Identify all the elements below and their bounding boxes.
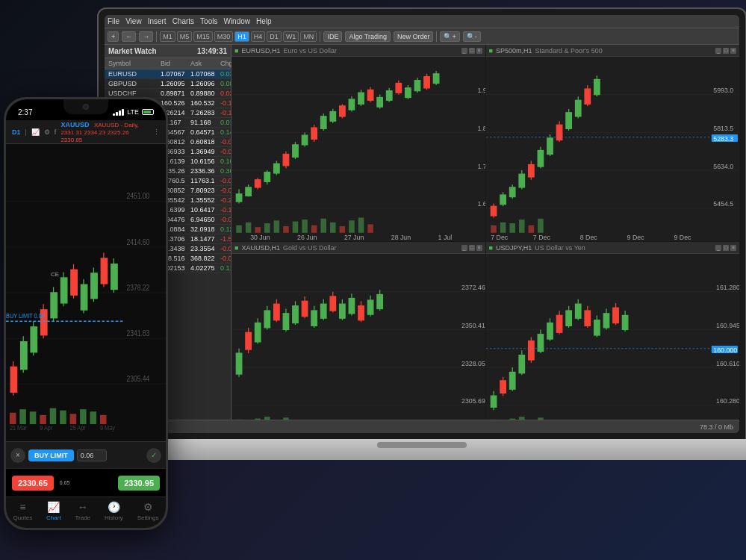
tf-mn[interactable]: MN: [300, 31, 317, 42]
mw-row-gbpusd[interactable]: GBPUSD 1.26095 1.26096 0.08%: [105, 79, 231, 89]
chart-maximize-sp500[interactable]: □: [723, 48, 729, 54]
phone-more-icon[interactable]: ⋮: [153, 128, 160, 136]
chart-maximize-eurusd[interactable]: □: [469, 48, 475, 54]
svg-rect-97: [565, 113, 571, 129]
toolbar-zoom-in[interactable]: 🔍+: [440, 31, 459, 42]
statusbar-connection: 78.3 / 0 Mb: [700, 423, 733, 431]
chart-close-eurusd[interactable]: ×: [476, 48, 482, 54]
toolbar-new-chart[interactable]: +: [108, 31, 119, 42]
mw-row-eurusd[interactable]: EURUSD 1.07067 1.07068 0.03%: [105, 69, 231, 79]
phone-nav-trade[interactable]: ↔ Trade: [75, 501, 90, 521]
mt4-menubar: File View Insert Charts Tools Window Hel…: [105, 15, 739, 28]
mw-chg-eurusd: 0.03%: [220, 70, 231, 78]
chart-close-sp500[interactable]: ×: [730, 48, 736, 54]
mw-bid-eurusd: 1.07067: [161, 70, 190, 78]
svg-text:2305.44: 2305.44: [126, 374, 149, 383]
tf-m1[interactable]: M1: [160, 31, 175, 42]
chart-maximize-usdjpy[interactable]: □: [723, 245, 729, 251]
menu-insert[interactable]: Insert: [148, 17, 167, 25]
chart-panel-sp500[interactable]: ■ SP500m,H1 Standard & Poor's 500 _ □ ×: [486, 45, 740, 241]
menu-window[interactable]: Window: [223, 17, 250, 25]
phone-buy-sell-group: ✓: [146, 448, 161, 463]
phone-buy-price[interactable]: 2330.95: [118, 476, 160, 491]
phone-nav-quotes-label: Quotes: [13, 514, 32, 521]
svg-rect-240: [51, 293, 57, 318]
toolbar-back[interactable]: ←: [122, 31, 136, 42]
svg-rect-263: [90, 411, 97, 424]
phone-nav-quotes[interactable]: ≡ Quotes: [13, 501, 32, 521]
chart-minimize-eurusd[interactable]: _: [461, 48, 467, 54]
mw-ask-usdzar: 18.1477: [190, 235, 220, 243]
menu-tools[interactable]: Tools: [200, 17, 217, 25]
svg-rect-43: [396, 83, 402, 93]
phone-order-type[interactable]: BUY LIMIT: [28, 449, 74, 461]
signal-bar-3: [119, 111, 121, 116]
svg-rect-83: [500, 195, 506, 205]
menu-view[interactable]: View: [125, 17, 142, 25]
mw-chg-btcusd: -0.01%: [220, 177, 231, 184]
mw-ask-gbpusd: 1.26096: [190, 80, 220, 87]
chart-content-xauusd[interactable]: 2372.46 2350.41 2328.05 2305.69: [231, 254, 485, 420]
svg-text:9 Apr: 9 Apr: [40, 423, 52, 432]
laptop-container: File View Insert Charts Tools Window Hel…: [97, 7, 746, 545]
chart-panel-xauusd[interactable]: ■ XAUUSD,H1 Gold vs US Dollar _ □ ×: [231, 242, 485, 420]
phone-nav-chart[interactable]: 📈 Chart: [46, 501, 61, 521]
chart-winbtns-sp500: _ □ ×: [715, 48, 736, 54]
svg-rect-91: [538, 150, 544, 167]
phone-nav-history[interactable]: 🕐 History: [105, 501, 123, 521]
mw-col-symbol: Symbol: [108, 60, 161, 67]
chart-content-eurusd[interactable]: 1.9720C 1.8720C 1.7720C 1.6720C: [231, 57, 485, 241]
toolbar-algo[interactable]: Algo Trading: [345, 31, 391, 42]
mw-col-ask: Ask: [190, 60, 220, 67]
svg-rect-145: [320, 304, 326, 318]
toolbar-zoom-out[interactable]: 🔍-: [463, 31, 481, 42]
phone-pair-name: XAUUSD: [60, 121, 89, 128]
phone-tf-d1[interactable]: D1: [12, 128, 21, 136]
menu-file[interactable]: File: [108, 17, 119, 25]
chart-content-sp500[interactable]: 5993.0 5813.5 5634.0 5454.5: [486, 57, 740, 241]
tf-m15[interactable]: M15: [193, 31, 213, 42]
svg-rect-15: [264, 172, 270, 182]
phone-confirm-button[interactable]: ✓: [146, 448, 161, 463]
svg-rect-13: [255, 180, 261, 187]
chart-maximize-xauusd[interactable]: □: [469, 245, 475, 251]
phone-nav-settings[interactable]: ⚙ Settings: [137, 501, 159, 521]
mw-chg-usdjpy: -0.15%: [220, 99, 231, 107]
laptop-bezel: File View Insert Charts Tools Window Hel…: [97, 7, 746, 441]
tf-m30[interactable]: M30: [214, 31, 234, 42]
toolbar-indicators[interactable]: IDE: [323, 31, 342, 42]
mw-chg-usdhuf: -0.03%: [220, 255, 231, 262]
menu-charts[interactable]: Charts: [172, 17, 194, 25]
phone-cancel-order-button[interactable]: ×: [10, 448, 25, 463]
signal-bars-icon: [113, 108, 124, 116]
toolbar-forward[interactable]: →: [139, 31, 153, 42]
mt4-window: File View Insert Charts Tools Window Hel…: [105, 15, 739, 433]
tf-h4[interactable]: H4: [251, 31, 266, 42]
menu-help[interactable]: Help: [256, 17, 272, 25]
svg-text:1.7720C: 1.7720C: [477, 163, 485, 170]
chart-minimize-xauusd[interactable]: _: [461, 245, 467, 251]
svg-rect-11: [246, 187, 252, 196]
phone-chart-area[interactable]: 2451.00 2414.60 2378.22 2341.83 2305.44: [6, 144, 166, 441]
chart-panel-eurusd[interactable]: ■ EURUSD,H1 Euro vs US Dollar _ □ ×: [231, 45, 485, 241]
tf-d1[interactable]: D1: [267, 31, 282, 42]
svg-text:160.000: 160.000: [713, 346, 737, 354]
tf-m5[interactable]: M5: [177, 31, 193, 42]
mw-ask-usdhkd: 7.80923: [190, 187, 220, 194]
svg-rect-39: [377, 98, 383, 108]
svg-rect-257: [30, 411, 37, 424]
chart-panel-usdjpy[interactable]: ■ USDJPY,H1 US Dollar vs Yen _ □ ×: [486, 242, 740, 420]
chart-content-usdjpy[interactable]: 161.280 160.945 160.610 160.280: [486, 254, 740, 420]
phone-sell-price[interactable]: 2330.65: [12, 476, 54, 491]
chart-close-xauusd[interactable]: ×: [476, 245, 482, 251]
chart-close-usdjpy[interactable]: ×: [730, 245, 736, 251]
phone-order-price[interactable]: 0.06: [77, 449, 107, 461]
tf-w1[interactable]: W1: [283, 31, 299, 42]
svg-rect-141: [302, 302, 308, 317]
svg-text:BUY LIMIT 0.06: BUY LIMIT 0.06: [6, 311, 45, 320]
svg-rect-200: [594, 320, 600, 335]
chart-minimize-sp500[interactable]: _: [715, 48, 721, 54]
toolbar-new-order[interactable]: New Order: [394, 31, 434, 42]
tf-h1[interactable]: H1: [234, 31, 249, 42]
chart-minimize-usdjpy[interactable]: _: [715, 245, 721, 251]
